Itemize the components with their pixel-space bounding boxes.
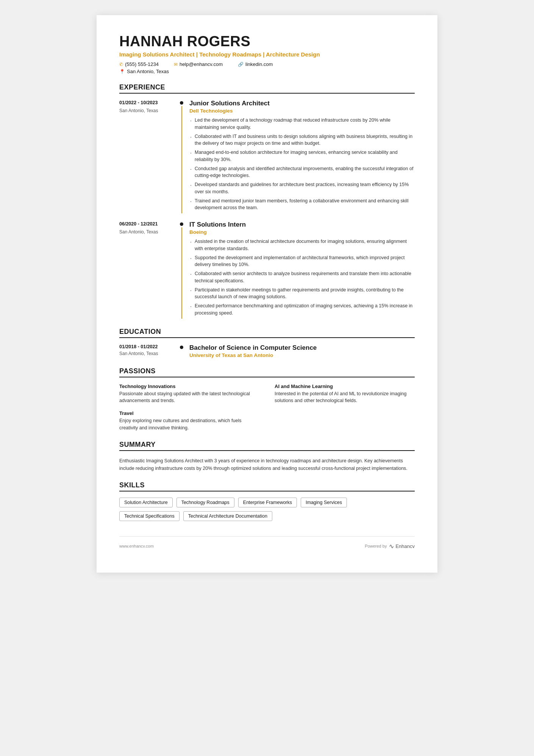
edu-1-right: Bachelor of Science in Computer Science … <box>189 344 415 358</box>
skill-tag-5: Technical Specifications <box>119 511 180 521</box>
passions-section: PASSIONS Technology Innovations Passiona… <box>119 367 415 432</box>
passion-3-text: Enjoy exploring new cultures and destina… <box>119 417 259 432</box>
passions-title: PASSIONS <box>119 367 415 377</box>
edu-1-degree: Bachelor of Science in Computer Science <box>189 344 415 352</box>
job-2-bullets: Assisted in the creation of technical ar… <box>189 238 415 317</box>
logo-icon: ∿ <box>389 543 394 550</box>
education-section: EDUCATION 01/2018 - 01/2022 San Antonio,… <box>119 328 415 358</box>
header-section: HANNAH ROGERS Imaging Solutions Architec… <box>119 33 415 74</box>
skills-title: SKILLS <box>119 481 415 491</box>
skill-tag-4: Imaging Services <box>301 498 347 507</box>
passion-item-2: AI and Machine Learning Interested in th… <box>275 383 415 405</box>
passion-item-3: Travel Enjoy exploring new cultures and … <box>119 410 259 432</box>
job-1-line <box>181 106 182 213</box>
enhancv-logo: ∿ Enhancv <box>389 543 415 550</box>
job-1-right: Junior Solutions Architect Dell Technolo… <box>189 100 415 213</box>
location-text: San Antonio, Texas <box>127 69 169 74</box>
passions-grid: Technology Innovations Passionate about … <box>119 383 415 432</box>
job-2-right: IT Solutions Intern Boeing Assisted in t… <box>189 221 415 319</box>
summary-title: SUMMARY <box>119 441 415 451</box>
bullet-item: Collaborated with senior architects to a… <box>189 270 415 285</box>
email-contact: ✉ help@enhancv.com <box>174 61 223 67</box>
job-1-bullets: Led the development of a technology road… <box>189 117 415 211</box>
passion-1-title: Technology Innovations <box>119 383 259 389</box>
passion-item-1: Technology Innovations Passionate about … <box>119 383 259 405</box>
job-1-dot <box>180 101 183 105</box>
bullet-item: Managed end-to-end solution architecture… <box>189 149 415 163</box>
candidate-title: Imaging Solutions Architect | Technology… <box>119 51 415 58</box>
job-1-location: San Antonio, Texas <box>119 108 174 113</box>
job-2-left: 06/2020 - 12/2021 San Antonio, Texas <box>119 221 180 319</box>
resume-document: HANNAH ROGERS Imaging Solutions Architec… <box>97 15 437 573</box>
passion-2-text: Interested in the potential of AI and ML… <box>275 390 415 405</box>
skill-tag-3: Enterprise Frameworks <box>238 498 297 507</box>
bullet-item: Developed standards and guidelines for a… <box>189 181 415 196</box>
job-1-title: Junior Solutions Architect <box>189 100 415 107</box>
skills-row-2: Technical Specifications Technical Archi… <box>119 511 415 521</box>
edu-row-1: 01/2018 - 01/2022 San Antonio, Texas Bac… <box>119 344 415 358</box>
email-address: help@enhancv.com <box>180 61 223 67</box>
edu-1-left: 01/2018 - 01/2022 San Antonio, Texas <box>119 344 180 358</box>
job-2-date: 06/2020 - 12/2021 <box>119 221 174 228</box>
bullet-item: Participated in stakeholder meetings to … <box>189 286 415 301</box>
education-title: EDUCATION <box>119 328 415 338</box>
skill-tag-1: Solution Architecture <box>119 498 173 507</box>
phone-number: (555) 555-1234 <box>125 61 159 67</box>
job-row-2: 06/2020 - 12/2021 San Antonio, Texas IT … <box>119 221 415 319</box>
bullet-item: Led the development of a technology road… <box>189 117 415 131</box>
summary-text: Enthusiastic Imaging Solutions Architect… <box>119 457 415 472</box>
bullet-item: Trained and mentored junior team members… <box>189 197 415 212</box>
email-icon: ✉ <box>174 62 178 67</box>
job-1-date: 01/2022 - 10/2023 <box>119 100 174 106</box>
phone-icon: ✆ <box>119 62 123 67</box>
bullet-item: Conducted gap analysis and identified ar… <box>189 165 415 180</box>
experience-title: EXPERIENCE <box>119 83 415 94</box>
skill-tag-2: Technology Roadmaps <box>176 498 234 507</box>
skills-row-1: Solution Architecture Technology Roadmap… <box>119 498 415 507</box>
edu-1-timeline <box>180 344 189 358</box>
experience-section: EXPERIENCE 01/2022 - 10/2023 San Antonio… <box>119 83 415 319</box>
edu-1-school: University of Texas at San Antonio <box>189 352 415 358</box>
bullet-item: Assisted in the creation of technical ar… <box>189 238 415 252</box>
footer: www.enhancv.com Powered by ∿ Enhancv <box>119 536 415 550</box>
job-2-title: IT Solutions Intern <box>189 221 415 229</box>
job-1-company: Dell Technologies <box>189 108 415 114</box>
candidate-name: HANNAH ROGERS <box>119 33 415 50</box>
brand-name: Enhancv <box>395 543 415 549</box>
powered-by-label: Powered by <box>365 544 387 548</box>
job-2-line <box>181 227 182 319</box>
location-icon: 📍 <box>119 69 125 74</box>
job-2-dot <box>180 222 183 226</box>
job-2-company: Boeing <box>189 229 415 235</box>
job-2-location: San Antonio, Texas <box>119 229 174 235</box>
bullet-item: Executed performance benchmarking and op… <box>189 302 415 317</box>
passion-2-title: AI and Machine Learning <box>275 383 415 389</box>
contact-row: ✆ (555) 555-1234 ✉ help@enhancv.com 🔗 li… <box>119 61 415 67</box>
skills-section: SKILLS Solution Architecture Technology … <box>119 481 415 521</box>
job-2-timeline <box>180 221 189 319</box>
edu-1-location: San Antonio, Texas <box>119 351 174 356</box>
linkedin-url: linkedin.com <box>245 61 273 67</box>
passion-1-text: Passionate about staying updated with th… <box>119 390 259 405</box>
edu-1-date: 01/2018 - 01/2022 <box>119 344 174 349</box>
skill-tag-6: Technical Architecture Documentation <box>183 511 272 521</box>
passion-3-title: Travel <box>119 410 259 416</box>
link-icon: 🔗 <box>238 62 244 67</box>
footer-powered: Powered by ∿ Enhancv <box>365 543 415 550</box>
footer-website: www.enhancv.com <box>119 544 154 548</box>
summary-section: SUMMARY Enthusiastic Imaging Solutions A… <box>119 441 415 472</box>
job-1-left: 01/2022 - 10/2023 San Antonio, Texas <box>119 100 180 213</box>
bullet-item: Collaborated with IT and business units … <box>189 133 415 147</box>
phone-contact: ✆ (555) 555-1234 <box>119 61 159 67</box>
location-row: 📍 San Antonio, Texas <box>119 69 415 74</box>
bullet-item: Supported the development and implementa… <box>189 254 415 269</box>
job-1-timeline <box>180 100 189 213</box>
job-row-1: 01/2022 - 10/2023 San Antonio, Texas Jun… <box>119 100 415 213</box>
edu-1-dot <box>180 346 183 349</box>
linkedin-contact: 🔗 linkedin.com <box>238 61 273 67</box>
